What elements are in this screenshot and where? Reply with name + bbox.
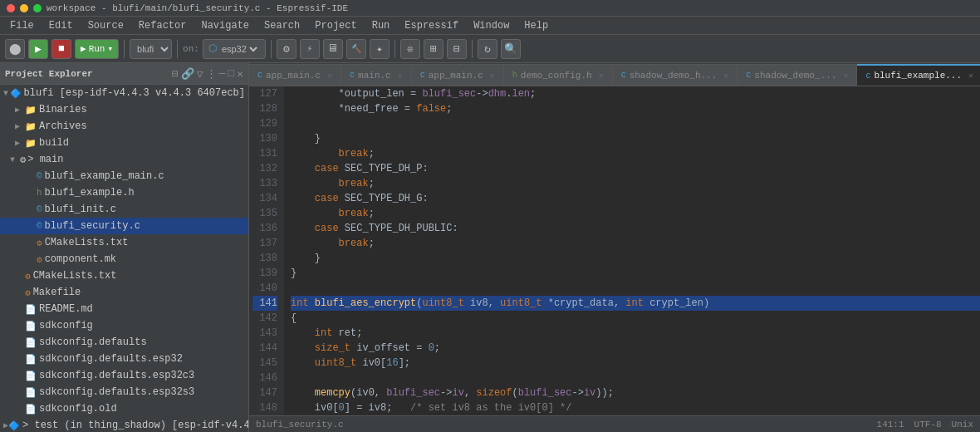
tab-bar: c app_main.c ✕ c main.c ✕ c app_main.c ✕… <box>249 63 980 86</box>
code-line-143: int ret; <box>291 326 980 341</box>
code-line-127: *output_len = blufi_sec->dhm.len; <box>291 86 980 101</box>
tree-item-build[interactable]: ▶ 📁 build <box>0 135 248 151</box>
tree-item-blufi-security[interactable]: © blufi_security.c <box>0 218 248 234</box>
extra2-button[interactable]: ⊞ <box>424 39 443 59</box>
status-right: 141:1 UTF-8 Unix <box>877 420 973 430</box>
toolbar-separator-2 <box>177 40 178 58</box>
stop-button[interactable]: ■ <box>51 39 71 59</box>
sidebar-actions: ⊟ 🔗 ▽ ⋮ — □ ✕ <box>172 67 243 81</box>
tree-item-sdkconfig-old[interactable]: 📄 sdkconfig.old <box>0 400 248 417</box>
close-dot[interactable] <box>7 4 15 12</box>
minimize-icon[interactable]: — <box>219 67 226 81</box>
tree-item-blufi-example-main[interactable]: © blufi_example_main.c <box>0 168 248 184</box>
tab-shadow-demo-h[interactable]: c shadow_demo_h... ✕ <box>613 64 738 86</box>
code-line-138: } <box>291 251 980 266</box>
search-button[interactable]: 🔍 <box>501 39 521 59</box>
tab-app-main-2[interactable]: c app_main.c ✕ <box>412 64 504 86</box>
run-dropdown-icon[interactable]: ▾ <box>107 43 113 54</box>
menu-navigate[interactable]: Navigate <box>194 18 256 33</box>
tree-item-component-mk[interactable]: ⚙ component.mk <box>0 251 248 268</box>
back-button[interactable]: ⬤ <box>5 39 25 59</box>
build-button[interactable]: 🔨 <box>346 39 366 59</box>
code-line-142: { <box>291 311 980 326</box>
code-area[interactable]: *output_len = blufi_sec->dhm.len; *need_… <box>284 86 980 415</box>
code-line-137: break; <box>291 236 980 251</box>
tab-close-6[interactable]: ✕ <box>843 71 848 81</box>
clean-button[interactable]: ✦ <box>370 39 390 59</box>
tab-close-5[interactable]: ✕ <box>723 71 728 81</box>
board-selector[interactable]: ⬡ esp32 <box>203 39 266 59</box>
play-button[interactable]: ▶ <box>28 39 48 59</box>
tree-item-archives[interactable]: ▶ 📁 Archives <box>0 118 248 135</box>
code-line-129 <box>291 116 980 131</box>
menu-help[interactable]: Help <box>517 18 555 33</box>
menu-refactor[interactable]: Refactor <box>132 18 194 33</box>
tree-item-test[interactable]: ▶ 🔷 > test (in thing_shadow) [esp-idf-v4… <box>0 417 248 432</box>
code-line-136: case SEC_TYPE_DH_PUBLIC: <box>291 221 980 236</box>
tree-item-sdkconfig-esp32c3[interactable]: 📄 sdkconfig.defaults.esp32c3 <box>0 367 248 384</box>
status-encoding: UTF-8 <box>914 420 942 430</box>
tab-app-main-1[interactable]: c app_main.c ✕ <box>249 64 341 86</box>
target-selector[interactable]: blufi <box>130 39 172 59</box>
tab-close-1[interactable]: ✕ <box>327 71 332 81</box>
tab-close-4[interactable]: ✕ <box>599 71 604 81</box>
tree-item-blufi[interactable]: ▼ 🔷 blufi [esp-idf-v4.4.3 v4.4.3 6407ecb… <box>0 85 248 101</box>
link-editor-icon[interactable]: 🔗 <box>181 67 194 81</box>
menu-source[interactable]: Source <box>81 18 130 33</box>
tab-close-3[interactable]: ✕ <box>490 71 495 81</box>
minimize-dot[interactable] <box>20 4 28 12</box>
editor-container: c app_main.c ✕ c main.c ✕ c app_main.c ✕… <box>249 63 980 432</box>
expand-arrow: ▼ <box>3 89 10 98</box>
tree-item-cmake-outer[interactable]: ⚙ CMakeLists.txt <box>0 268 248 284</box>
menu-project[interactable]: Project <box>308 18 363 33</box>
tree-item-readme[interactable]: 📄 README.md <box>0 301 248 317</box>
run-button[interactable]: ▶ Run ▾ <box>75 39 119 59</box>
menu-espressif[interactable]: Espressif <box>398 18 465 33</box>
maximize-dot[interactable] <box>33 4 42 12</box>
filter-icon[interactable]: ▽ <box>197 67 203 81</box>
tree-label: blufi [esp-idf-v4.4.3 v4.4.3 6407ecb] <box>24 87 245 99</box>
code-line-128: *need_free = false; <box>291 101 980 116</box>
status-bar: blufi_security.c 141:1 UTF-8 Unix <box>249 415 980 432</box>
code-line-135: break; <box>291 206 980 221</box>
maximize-icon[interactable]: □ <box>228 67 234 81</box>
tab-demo-config[interactable]: h demo_config.h ✕ <box>504 64 613 86</box>
tree-item-sdkconfig[interactable]: 📄 sdkconfig <box>0 317 248 334</box>
tab-close-7[interactable]: ✕ <box>968 71 973 81</box>
board-select[interactable]: esp32 <box>218 43 260 55</box>
tab-main-c[interactable]: c main.c ✕ <box>341 64 412 86</box>
status-line-ending: Unix <box>952 420 973 430</box>
tree-item-binaries[interactable]: ▶ 📁 Binaries <box>0 101 248 118</box>
window-title: workspace - blufi/main/blufi_security.c … <box>47 3 348 13</box>
tree-item-cmake-inner[interactable]: ⚙ CMakeLists.txt <box>0 234 248 251</box>
menu-icon[interactable]: ⋮ <box>206 67 217 81</box>
close-icon[interactable]: ✕ <box>237 67 243 81</box>
project-icon: 🔷 <box>10 88 22 99</box>
tree-item-sdkconfig-esp32s3[interactable]: 📄 sdkconfig.defaults.esp32s3 <box>0 384 248 400</box>
menu-search[interactable]: Search <box>257 18 306 33</box>
extra1-button[interactable]: ❊ <box>400 39 420 59</box>
tree-item-blufi-init[interactable]: © blufi_init.c <box>0 201 248 218</box>
menu-file[interactable]: File <box>3 18 41 33</box>
settings-button[interactable]: ⚙ <box>277 39 296 59</box>
monitor-button[interactable]: 🖥 <box>323 39 343 59</box>
tree-item-main[interactable]: ▼ ⚙ > main <box>0 151 248 168</box>
tab-shadow-demo[interactable]: c shadow_demo_... ✕ <box>737 64 857 86</box>
menu-run[interactable]: Run <box>365 18 397 33</box>
flash-button[interactable]: ⚡ <box>300 39 320 59</box>
tree-item-sdkconfig-esp32[interactable]: 📄 sdkconfig.defaults.esp32 <box>0 351 248 367</box>
collapse-all-icon[interactable]: ⊟ <box>172 67 179 81</box>
menu-edit[interactable]: Edit <box>42 18 80 33</box>
menu-window[interactable]: Window <box>467 18 516 33</box>
tab-close-2[interactable]: ✕ <box>398 71 403 81</box>
tab-blufi-example[interactable]: c blufi_example... ✕ <box>857 64 980 86</box>
refresh-button[interactable]: ↻ <box>478 39 497 59</box>
tree-item-blufi-example-h[interactable]: h blufi_example.h <box>0 184 248 201</box>
code-line-130: } <box>291 131 980 146</box>
tree-item-makefile[interactable]: ⚙ Makefile <box>0 284 248 301</box>
sidebar-title: Project Explorer <box>5 69 93 79</box>
extra3-button[interactable]: ⊟ <box>447 39 467 59</box>
code-line-139: } <box>291 266 980 281</box>
on-label: on: <box>183 44 199 54</box>
tree-item-sdkconfig-defaults[interactable]: 📄 sdkconfig.defaults <box>0 334 248 351</box>
